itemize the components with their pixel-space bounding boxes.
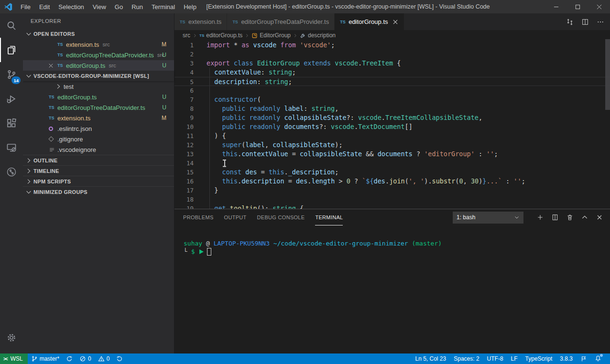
maximize-button[interactable] [567,0,588,13]
editor-scrollbar[interactable] [605,39,610,110]
status-3.8.3[interactable]: 3.8.3 [556,355,577,362]
breadcrumb-item[interactable]: TSeditorGroup.ts [199,32,242,39]
file-row[interactable]: .vscodeignore [23,144,174,155]
section-timeline[interactable]: TIMELINE [23,165,174,176]
status-sync[interactable] [63,353,76,364]
minimize-button[interactable] [545,0,567,13]
terminal-output[interactable]: suhay @ LAPTOP-PKU59NN3 ~/code/vscode-ed… [184,239,605,256]
activity-bar-top: 14 [0,13,23,184]
line-number: 12 [174,140,194,150]
open-editors-section-header[interactable]: OPEN EDITORS [23,29,174,39]
chevron-down-icon [25,72,33,80]
activity-settings-button[interactable] [0,325,23,350]
status-lf[interactable]: LF [507,355,522,362]
close-window-button[interactable] [588,0,610,13]
line-number: 5 [174,77,194,86]
close-editor-button[interactable] [48,62,57,69]
code-editor[interactable]: 1import * as vscode from 'vscode';23expo… [174,41,610,209]
menu-file[interactable]: File [16,0,35,13]
more-actions-icon[interactable] [597,18,604,26]
section-outline[interactable]: OUTLINE [23,155,174,165]
file-row[interactable]: .gitignore [23,134,174,144]
ignore-file-icon [49,147,55,153]
panel-tab-problems[interactable]: PROBLEMS [183,209,214,225]
file-label: .eslintrc.json [57,125,92,132]
activity-minimized-groups-button[interactable] [0,160,23,184]
menu-go[interactable]: Go [110,0,127,13]
close-tab-icon[interactable] [392,19,399,25]
line-number: 7 [174,95,194,104]
breadcrumb-label: editorGroup.ts [206,32,242,39]
menu-terminal[interactable]: Terminal [147,0,179,13]
status-warning[interactable]: 0 [95,353,113,364]
status-typescript[interactable]: TypeScript [522,355,556,362]
panel-tab-terminal[interactable]: TERMINAL [315,209,343,225]
run-debug-icon [6,93,17,105]
extensions-icon [6,118,17,129]
git-status-badge: M [162,41,166,48]
new-terminal-icon[interactable] [536,214,544,221]
code-text: public readonly documents?: vscode.TextD… [207,122,413,131]
terminal-shell-select[interactable]: 1: bash [453,212,523,224]
terminal-line: suhay @ LAPTOP-PKU59NN3 ~/code/vscode-ed… [184,239,605,247]
open-changes-icon[interactable] [566,18,574,26]
split-editor-icon[interactable] [581,18,589,26]
open-editor-row[interactable]: TSeditorGroupTreeDataProvider.tssrcU [23,50,174,60]
status-ln-5-col-23[interactable]: Ln 5, Col 23 [411,355,450,362]
status-spaces-2[interactable]: Spaces: 2 [450,355,483,362]
panel-tab-output[interactable]: OUTPUT [224,209,247,225]
folder-label: test [64,83,74,90]
activity-search-button[interactable] [0,13,23,38]
status-history[interactable] [113,353,126,364]
open-editor-row[interactable]: TSextension.tssrcM [23,39,174,50]
file-row[interactable]: TSeditorGroupTreeDataProvider.tsU [23,102,174,113]
typescript-file-icon: TS [49,105,57,110]
line-number: 17 [174,186,194,195]
indent-guide [209,86,210,95]
menu-selection[interactable]: Selection [54,0,88,13]
indent-guide [209,95,210,104]
kill-terminal-icon[interactable] [566,214,574,221]
panel-tab-debug-console[interactable]: DEBUG CONSOLE [257,209,305,225]
section-minimized-groups[interactable]: MINIMIZED GROUPS [23,186,174,197]
folder-row[interactable]: test [23,81,174,92]
tab-extension.ts[interactable]: TSextension.ts [174,13,227,30]
code-line: 10 public readonly documents?: vscode.Te… [174,122,610,131]
menu-view[interactable]: View [88,0,110,13]
open-editor-row[interactable]: TSeditorGroup.tssrcU [23,60,174,71]
project-section-header[interactable]: VSCODE-EDITOR-GROUP-MINIMIZER [WSL] [23,71,174,81]
tab-editorGroup.ts[interactable]: TSeditorGroup.ts [335,13,404,30]
indent-guide [209,150,210,159]
remote-indicator[interactable]: >< WSL [0,353,28,364]
status-bell[interactable] [591,355,605,363]
activity-extensions-button[interactable] [0,111,23,135]
close-slot [48,51,57,59]
status-utf-8[interactable]: UTF-8 [483,355,507,362]
status-branch[interactable]: master* [28,353,63,364]
breadcrumb-item[interactable]: src [183,32,190,39]
breadcrumb-item[interactable]: description [300,32,336,39]
sync-icon [66,355,73,362]
activity-source-control-button[interactable]: 14 [0,62,23,86]
file-row[interactable]: TSextension.tsM [23,113,174,123]
status-feedback[interactable] [577,355,591,362]
git-status-badge: U [162,62,166,69]
menu-help[interactable]: Help [179,0,201,13]
file-row[interactable]: .eslintrc.json [23,123,174,134]
split-terminal-icon[interactable] [551,214,559,221]
activity-remote-explorer-button[interactable] [0,135,23,160]
menu-edit[interactable]: Edit [35,0,54,13]
tab-editorGroupTreeDataProvider.ts[interactable]: TSeditorGroupTreeDataProvider.ts [227,13,335,30]
eslint-dot [49,127,53,131]
close-panel-icon[interactable] [596,214,603,221]
activity-explorer-button[interactable] [0,38,23,62]
code-line: 3export class EditorGroup extends vscode… [174,59,610,68]
menu-run[interactable]: Run [127,0,147,13]
activity-run-debug-button[interactable] [0,86,23,111]
file-row[interactable]: TSeditorGroup.tsU [23,92,174,102]
maximize-panel-icon[interactable] [581,214,588,221]
status-error[interactable]: 0 [76,353,95,364]
breadcrumb-item[interactable]: EditorGroup [251,32,291,39]
section-npm-scripts[interactable]: NPM SCRIPTS [23,176,174,186]
code-line: 14 [174,159,610,168]
